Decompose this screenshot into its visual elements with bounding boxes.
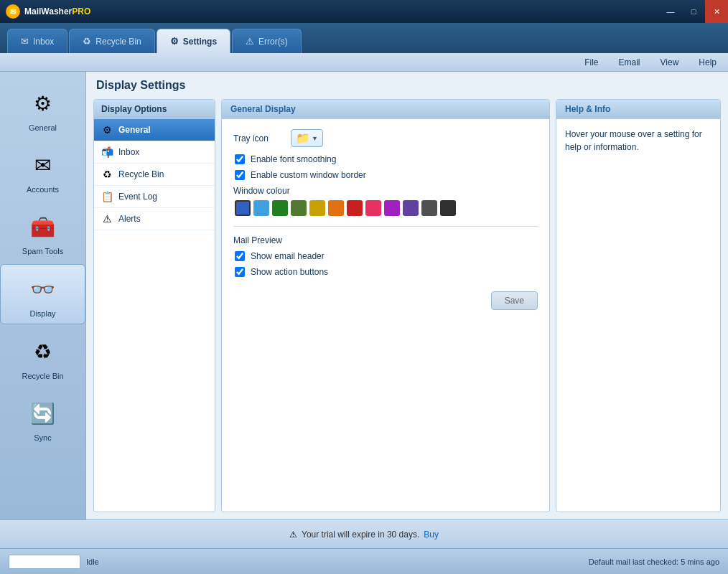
settings-inner: Display Options ⚙ General 📬 Inbox ♻ Recy… [93,99,721,512]
buy-link[interactable]: Buy [424,530,439,540]
sidebar-label-display: Display [29,309,55,318]
spam-tools-icon: 🧰 [24,208,62,245]
color-swatch-3[interactable] [291,200,307,216]
font-smoothing-label: Enable font smoothing [251,154,336,164]
settings-panel: Display Settings Display Options ⚙ Gener… [86,72,728,519]
title-bar: ✉ MailWasherPRO — □ ✕ [0,0,728,23]
menu-file[interactable]: File [580,56,602,69]
trial-warning-icon: ⚠ [289,530,297,540]
tab-recycle[interactable]: ♻ Recycle Bin [69,29,154,53]
bottom-bar: ⚠ Your trial will expire in 30 days. Buy [0,519,728,548]
mail-preview-label: Mail Preview [233,235,538,245]
logo-icon: ✉ [6,4,20,19]
close-button[interactable]: ✕ [705,0,728,23]
tab-bar: ✉ Inbox ♻ Recycle Bin ⚙ Settings ⚠ Error… [0,23,728,53]
sidebar-item-spam-tools[interactable]: 🧰 Spam Tools [0,202,85,261]
app-logo: ✉ MailWasherPRO [6,4,90,19]
options-panel: Display Options ⚙ General 📬 Inbox ♻ Recy… [93,99,215,512]
recycle-tab-label: Recycle Bin [95,37,141,47]
option-alerts[interactable]: ⚠ Alerts [94,208,215,230]
inbox-tab-icon: ✉ [21,36,29,47]
show-email-header-row: Show email header [233,251,538,261]
help-content: Hover your mouse over a setting for help… [556,119,720,162]
menu-bar: File Email View Help [0,53,728,72]
color-swatch-1[interactable] [253,200,269,216]
save-row: Save [233,291,538,310]
menu-email[interactable]: Email [615,56,645,69]
color-swatch-10[interactable] [421,200,437,216]
option-general[interactable]: ⚙ General [94,119,215,141]
option-event-log[interactable]: 📋 Event Log [94,186,215,208]
tray-icon-button[interactable]: 📁 ▼ [291,129,323,147]
option-recycle-icon: ♻ [101,169,113,180]
show-action-buttons-row: Show action buttons [233,267,538,277]
option-inbox-icon: 📬 [101,146,113,158]
color-swatch-9[interactable] [403,200,419,216]
tab-inbox[interactable]: ✉ Inbox [7,29,67,53]
sidebar-item-accounts[interactable]: ✉ Accounts [0,141,85,199]
display-panel: General Display Tray icon 📁 ▼ Enable fon… [221,99,550,512]
tray-icon-row: Tray icon 📁 ▼ [233,129,538,147]
errors-tab-label: Error(s) [258,37,288,47]
show-action-buttons-checkbox[interactable] [235,267,245,277]
option-inbox-label: Inbox [118,147,139,157]
show-email-header-label: Show email header [251,251,325,261]
status-left: Idle [9,555,99,569]
color-swatch-8[interactable] [384,200,400,216]
settings-title: Display Settings [93,79,721,92]
app-title-pro: PRO [72,6,90,17]
app-title: MailWasherPRO [24,6,90,17]
font-smoothing-checkbox[interactable] [235,154,245,164]
window-colour-label: Window colour [233,186,538,196]
option-general-label: General [118,125,151,135]
color-swatch-7[interactable] [365,200,381,216]
trial-text: Your trial will expire in 30 days. [302,530,419,540]
recycle-bin-icon: ♻ [24,333,62,370]
color-swatch-4[interactable] [309,200,325,216]
sidebar-label-accounts: Accounts [27,185,59,194]
show-action-buttons-label: Show action buttons [251,267,328,277]
font-smoothing-row: Enable font smoothing [233,154,538,164]
custom-border-checkbox[interactable] [235,170,245,180]
color-swatch-0[interactable] [235,200,251,216]
status-right: Default mail last checked: 5 mins ago [589,557,719,566]
sidebar: ⚙ General ✉ Accounts 🧰 Spam Tools 👓 Disp… [0,72,86,519]
minimize-button[interactable]: — [659,0,682,23]
tab-settings[interactable]: ⚙ Settings [157,29,230,53]
settings-tab-label: Settings [183,37,217,47]
sync-icon: 🔄 [24,395,62,432]
main-content: ⚙ General ✉ Accounts 🧰 Spam Tools 👓 Disp… [0,72,728,519]
sidebar-item-recycle-bin[interactable]: ♻ Recycle Bin [0,327,85,386]
color-swatch-6[interactable] [347,200,363,216]
show-email-header-checkbox[interactable] [235,251,245,261]
option-alerts-icon: ⚠ [101,213,113,225]
color-swatch-11[interactable] [440,200,456,216]
status-input[interactable] [9,555,80,569]
option-inbox[interactable]: 📬 Inbox [94,141,215,164]
option-recycle-bin[interactable]: ♻ Recycle Bin [94,164,215,186]
sidebar-label-sync: Sync [34,433,51,442]
color-swatches [235,200,538,216]
sidebar-item-general[interactable]: ⚙ General [0,79,85,138]
general-icon: ⚙ [24,85,62,122]
errors-tab-icon: ⚠ [246,36,254,47]
section-divider [233,226,538,227]
option-eventlog-label: Event Log [118,192,157,202]
sidebar-item-sync[interactable]: 🔄 Sync [0,389,85,448]
help-panel: Help & Info Hover your mouse over a sett… [556,99,721,512]
menu-help[interactable]: Help [694,56,721,69]
save-button[interactable]: Save [491,291,538,310]
option-general-icon: ⚙ [101,124,113,136]
help-panel-header: Help & Info [556,100,720,119]
menu-view[interactable]: View [656,56,683,69]
accounts-icon: ✉ [24,146,62,184]
settings-tab-icon: ⚙ [170,36,179,47]
sidebar-item-display[interactable]: 👓 Display [0,264,85,324]
maximize-button[interactable]: □ [682,0,705,23]
color-swatch-2[interactable] [272,200,288,216]
color-swatch-5[interactable] [328,200,344,216]
tab-errors[interactable]: ⚠ Error(s) [232,29,302,53]
inbox-tab-label: Inbox [33,37,54,47]
custom-border-label: Enable custom window border [251,170,366,180]
tray-dropdown-arrow: ▼ [312,135,318,142]
